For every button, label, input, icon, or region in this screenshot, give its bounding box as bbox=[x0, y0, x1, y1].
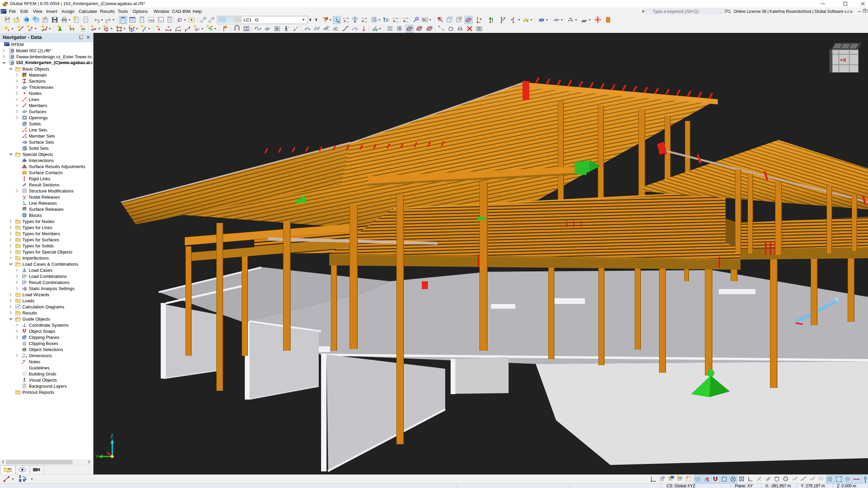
svg-text:12: 12 bbox=[204, 17, 206, 19]
svg-text:Z: Z bbox=[111, 433, 114, 439]
svg-text:6: 6 bbox=[4, 3, 5, 6]
svg-text:X: X bbox=[480, 18, 482, 21]
svg-text:>_: >_ bbox=[159, 18, 161, 21]
svg-text:x.xx: x.xx bbox=[403, 17, 409, 20]
svg-text:I: I bbox=[25, 106, 26, 108]
svg-text:xx: xx bbox=[168, 25, 170, 27]
svg-text:X: X bbox=[106, 450, 109, 455]
svg-text:12: 12 bbox=[212, 17, 214, 19]
svg-text:x: x bbox=[23, 353, 24, 355]
svg-text:xx: xx bbox=[23, 359, 25, 362]
svg-text:x.xx: x.xx bbox=[361, 17, 367, 20]
svg-text:I: I bbox=[25, 137, 26, 139]
svg-text:Y: Y bbox=[95, 454, 99, 459]
svg-text:-Z: -Z bbox=[503, 17, 506, 20]
svg-text:I: I bbox=[31, 29, 32, 32]
svg-text:x.xx: x.xx bbox=[393, 17, 398, 20]
svg-text:+X: +X bbox=[840, 57, 846, 63]
svg-text:x.xx: x.xx bbox=[343, 17, 349, 20]
svg-text:Y: Y bbox=[489, 18, 491, 21]
svg-text:>sc: >sc bbox=[150, 19, 154, 21]
svg-text:-x: -x bbox=[510, 18, 513, 21]
